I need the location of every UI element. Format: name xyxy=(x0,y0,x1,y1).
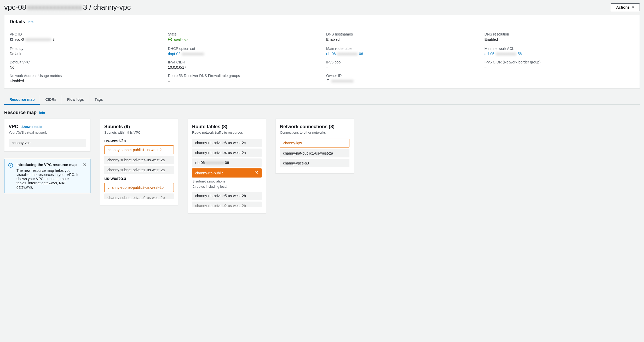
rt-sub: Route network traffic to resources xyxy=(192,131,262,134)
subnet-item[interactable]: channy-subnet-public2-us-west-2b xyxy=(104,183,174,192)
info-banner: Introducing the VPC resource map The new… xyxy=(4,159,90,193)
tab-flow-logs[interactable]: Flow logs xyxy=(62,95,90,104)
main-acl-link[interactable]: acl-05xxxxxxxxxxx56 xyxy=(485,52,635,56)
subnet-item[interactable]: channy-subnet-private1-us-west-2a xyxy=(104,166,174,174)
net-title: Network connections (3) xyxy=(280,124,349,129)
field-vpc-id: VPC ID vpc-0xxxxxxxxxxxxxx3 xyxy=(10,32,160,42)
main-rt-link[interactable]: rtb-06xxxxxxxxxxx06 xyxy=(326,52,476,56)
details-info-link[interactable]: Info xyxy=(28,20,33,24)
rt-item[interactable]: channy-rtb-private4-us-west-2a xyxy=(192,149,262,157)
nau-label: Network Address Usage metrics xyxy=(10,74,160,78)
r53-label: Route 53 Resolver DNS Firewall rule grou… xyxy=(168,74,318,78)
net-item[interactable]: channy-igw xyxy=(280,139,349,148)
field-default-vpc: Default VPC No xyxy=(10,60,160,69)
rt-item[interactable]: channy-rtb-private2-us-west-2b xyxy=(192,202,262,207)
details-panel: Details Info VPC ID vpc-0xxxxxxxxxxxxxx3… xyxy=(4,15,640,89)
rt-selected-label: channy-rtb-public xyxy=(195,171,223,175)
svg-point-5 xyxy=(10,164,11,164)
default-vpc-value: No xyxy=(10,65,160,69)
main-rt-prefix: rtb-06 xyxy=(326,52,336,56)
subnet-item[interactable]: channy-subnet-private4-us-west-2a xyxy=(104,156,174,164)
dhcp-label: DHCP option set xyxy=(168,46,318,51)
dhcp-link[interactable]: dopt-02xxxxxxxxxxxx xyxy=(168,52,318,56)
field-dns-hostnames: DNS hostnames Enabled xyxy=(326,32,476,42)
resource-map-info-link[interactable]: Info xyxy=(39,111,45,115)
field-state: State Available xyxy=(168,32,318,42)
state-value: Available xyxy=(174,38,189,42)
field-main-acl: Main network ACL acl-05xxxxxxxxxxx56 xyxy=(485,46,635,56)
caret-down-icon xyxy=(632,7,634,8)
net-item[interactable]: channy-vpce-s3 xyxy=(280,159,349,167)
ipv4-cidr-value: 10.0.0.0/17 xyxy=(168,65,318,69)
vpc-card: VPC Show details Your AWS virtual networ… xyxy=(4,119,90,151)
network-connections-card: Network connections (3) Connections to o… xyxy=(275,119,354,173)
svg-rect-2 xyxy=(327,80,329,82)
external-link-icon[interactable] xyxy=(254,170,258,175)
az-us-west-2b: us-west-2b xyxy=(104,176,174,181)
state-label: State xyxy=(168,32,318,36)
nau-value: Disabled xyxy=(10,79,160,83)
title-prefix: vpc-08 xyxy=(4,3,26,11)
vpc-id-suffix: 3 xyxy=(53,37,55,42)
rt3-prefix: rtb-06 xyxy=(195,161,205,165)
dns-resolution-value: Enabled xyxy=(485,37,635,42)
rt3-suffix: 06 xyxy=(225,161,229,165)
close-icon[interactable]: ✕ xyxy=(83,163,87,167)
rt-item[interactable]: rtb-06xxxxxxxxxxx06 xyxy=(192,158,262,167)
tab-cidrs[interactable]: CIDRs xyxy=(40,95,62,104)
page-title: vpc-08xxxxxxxxxxxxxxx3 / channy-vpc xyxy=(4,3,131,11)
main-acl-label: Main network ACL xyxy=(485,46,635,51)
rt-item[interactable]: channy-rtb-private6-us-west-2c xyxy=(192,139,262,147)
field-dhcp: DHCP option set dopt-02xxxxxxxxxxxx xyxy=(168,46,318,56)
ipv6-pool-label: IPv6 pool xyxy=(326,60,476,64)
info-icon xyxy=(8,163,13,169)
tab-resource-map[interactable]: Resource map xyxy=(4,95,40,105)
rt-sel-routes: 2 routes including local xyxy=(193,184,262,189)
rt-title: Route tables (8) xyxy=(192,124,262,129)
field-dns-resolution: DNS resolution Enabled xyxy=(485,32,635,42)
subnets-sub: Subnets within this VPC xyxy=(104,131,174,134)
copy-icon[interactable] xyxy=(10,38,13,41)
tab-tags[interactable]: Tags xyxy=(89,95,108,104)
main-acl-suffix: 56 xyxy=(518,52,522,56)
field-nau: Network Address Usage metrics Disabled xyxy=(10,74,160,83)
vpc-name-box[interactable]: channy-vpc xyxy=(9,139,86,147)
ipv6-pool-value: – xyxy=(326,65,476,69)
net-item[interactable]: channy-nat-public1-us-west-2a xyxy=(280,149,349,157)
r53-value: – xyxy=(168,79,318,83)
page-header: vpc-08xxxxxxxxxxxxxxx3 / channy-vpc Acti… xyxy=(4,0,640,15)
subnet-item[interactable]: channy-subnet-public1-us-west-2a xyxy=(104,145,174,154)
tenancy-label: Tenancy xyxy=(10,46,160,51)
rt-item[interactable]: channy-rtb-private5-us-west-2b xyxy=(192,192,262,200)
field-main-rt: Main route table rtb-06xxxxxxxxxxx06 xyxy=(326,46,476,56)
route-tables-card: Route tables (8) Route network traffic t… xyxy=(188,119,266,213)
actions-button[interactable]: Actions xyxy=(611,3,640,11)
dhcp-prefix: dopt-02 xyxy=(168,52,180,56)
rt-sel-assoc: 3 subnet associations xyxy=(193,179,262,184)
subnets-title: Subnets (9) xyxy=(104,124,174,129)
tabs: Resource map CIDRs Flow logs Tags xyxy=(4,95,640,105)
rt3-blur: xxxxxxxxxxx xyxy=(205,161,225,165)
field-tenancy: Tenancy Default xyxy=(10,46,160,56)
subnets-card: Subnets (9) Subnets within this VPC us-w… xyxy=(100,119,178,205)
dns-hostnames-label: DNS hostnames xyxy=(326,32,476,36)
dns-resolution-label: DNS resolution xyxy=(485,32,635,36)
vpc-id-prefix: vpc-0 xyxy=(15,37,24,42)
dns-hostnames-value: Enabled xyxy=(326,37,476,42)
vpc-col-sub: Your AWS virtual network xyxy=(9,131,86,134)
tenancy-value: Default xyxy=(10,52,160,56)
net-sub: Connections to other networks xyxy=(280,131,349,134)
rt-item-selected[interactable]: channy-rtb-public xyxy=(192,168,262,178)
field-ipv4-cidr: IPv4 CIDR 10.0.0.0/17 xyxy=(168,60,318,69)
dhcp-blur: xxxxxxxxxxxx xyxy=(182,52,204,56)
banner-body: The new resource map helps you visualize… xyxy=(16,168,79,189)
default-vpc-label: Default VPC xyxy=(10,60,160,64)
ipv6-cidr-label: IPv6 CIDR (Network border group) xyxy=(485,60,635,64)
show-details-link[interactable]: Show details xyxy=(21,125,42,129)
main-acl-prefix: acl-05 xyxy=(485,52,494,56)
field-owner: Owner ID xxxxxxxxxxxx xyxy=(326,74,476,83)
svg-rect-0 xyxy=(11,39,13,41)
copy-icon[interactable] xyxy=(326,79,330,83)
subnet-item[interactable]: channy-subnet-private2-us-west-2b xyxy=(104,193,174,199)
details-title: Details xyxy=(10,19,25,25)
